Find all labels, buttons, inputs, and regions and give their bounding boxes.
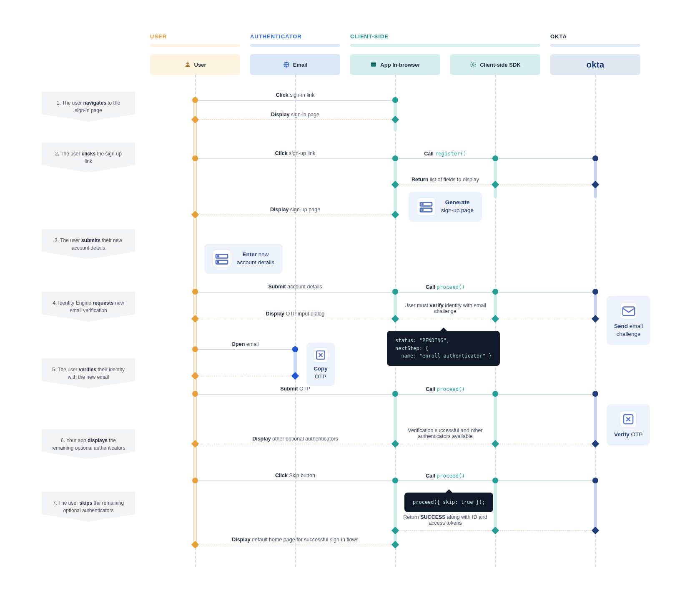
label-click-skip: Click Skip button [250, 473, 340, 478]
node-a10 [392, 391, 398, 397]
label-display-home: Display default home page for successful… [208, 537, 382, 543]
okta-logo: okta [586, 60, 604, 70]
msg-display-signin [195, 120, 395, 120]
verify-icon [620, 411, 637, 428]
code-skip: proceed({ skip: true }); [404, 493, 493, 512]
node-e8 [292, 346, 298, 352]
node-s12 [492, 478, 498, 483]
svg-point-0 [186, 63, 188, 65]
step-5: 5. The user verifies their identity with… [42, 358, 135, 388]
node-a7 [391, 315, 399, 323]
node-u5 [191, 211, 199, 218]
node-o10 [592, 391, 598, 397]
label-call-proceed3: Call proceed() [409, 473, 482, 479]
step-3: 3. The user submits their new account de… [42, 229, 135, 259]
swim-client-app: App In-browser [350, 54, 440, 75]
callout-verify: Verify OTP [607, 404, 650, 445]
swim-client-app-label: App In-browser [380, 62, 420, 68]
activation-app-1 [394, 98, 397, 131]
activation-okta-1 [594, 156, 597, 198]
globe-icon [283, 61, 290, 68]
msg-display-signup [195, 215, 395, 215]
msg-submit-otp [195, 394, 395, 395]
node-s4 [492, 181, 499, 188]
svg-point-11 [218, 255, 219, 257]
msg-click-skip [195, 480, 395, 481]
gear-icon [470, 61, 477, 68]
node-u8 [192, 346, 198, 352]
msg-display-home [195, 545, 395, 545]
activation-okta-4 [594, 478, 597, 533]
node-o11 [592, 440, 599, 448]
user-icon [184, 61, 191, 68]
activation-app-4 [394, 392, 397, 446]
msg-display-otp [195, 319, 395, 320]
node-a6 [392, 289, 398, 295]
step-2: 2. The user clicks the sign-up link [42, 143, 135, 173]
callout-send: Send emailchallenge [607, 296, 650, 345]
node-a1 [392, 97, 398, 103]
node-s10 [492, 391, 498, 397]
step-6: 6. Your app displays the remaining optio… [42, 429, 135, 459]
node-u3 [192, 155, 198, 161]
node-u1 [192, 97, 198, 103]
swim-client-sdk: Client-side SDK [450, 54, 540, 75]
activation-sdk-4 [494, 478, 497, 533]
lane-client-bar [350, 44, 540, 47]
msg-submit-account [195, 292, 395, 293]
callout-enter: Enter newaccount details [204, 244, 283, 274]
node-a11 [391, 440, 399, 448]
lane-auth-bar [250, 44, 340, 47]
swim-auth-label: Email [293, 62, 308, 68]
svg-point-12 [218, 261, 219, 263]
label-call-proceed1: Call proceed() [409, 284, 482, 290]
label-return-fields: Return list of fields to display [409, 177, 482, 183]
label-click-signup: Click sign-up link [250, 150, 340, 156]
node-o12 [592, 478, 598, 483]
swim-user: User [150, 54, 240, 75]
node-s3 [492, 155, 498, 161]
svg-point-8 [422, 209, 423, 210]
node-u10 [192, 391, 198, 397]
node-s11 [492, 440, 499, 448]
activation-sdk-1 [494, 156, 497, 198]
callout-generate: Generatesign-up page [409, 192, 482, 222]
node-o13 [592, 527, 599, 534]
activation-okta-3 [594, 392, 597, 446]
svg-point-7 [422, 203, 423, 205]
label-click-signin: Click sign-in link [250, 92, 340, 98]
lane-okta-title: OKTA [550, 33, 567, 40]
lane-user-bar [150, 44, 240, 47]
otp-icon [313, 348, 328, 363]
form-icon-2 [213, 250, 231, 268]
msg-open-email [195, 349, 295, 350]
msg-display-optional [195, 444, 395, 445]
node-u11 [191, 440, 199, 448]
label-call-proceed2: Call proceed() [409, 386, 482, 392]
node-e9 [291, 372, 299, 380]
node-a2 [391, 116, 399, 123]
node-o3 [592, 155, 598, 161]
step-1: 1. The user navigates to the sign-in pag… [42, 92, 135, 122]
node-o4 [592, 181, 599, 188]
msg-click-signup [195, 158, 395, 159]
node-a5 [391, 211, 399, 218]
svg-rect-13 [622, 307, 635, 316]
node-o6 [592, 289, 598, 295]
node-a14 [391, 541, 399, 548]
swim-user-label: User [194, 62, 206, 68]
lifeline-auth [295, 75, 296, 567]
node-u2 [191, 116, 199, 123]
node-s7 [492, 315, 499, 323]
msg-click-signin [195, 100, 395, 101]
label-submit-otp: Submit OTP [250, 386, 340, 392]
node-a3 [392, 155, 398, 161]
code-pending: status: "PENDING", nextStep: { name: "en… [387, 331, 500, 366]
browser-icon [370, 61, 377, 68]
lane-user-title: USER [150, 33, 167, 40]
node-a13 [391, 527, 399, 534]
label-display-optional: Display other optional authenticators [233, 436, 357, 442]
label-return-success: Return SUCCESS along with ID and access … [400, 514, 490, 526]
mail-icon [620, 303, 637, 319]
msg-copy-return [195, 376, 295, 377]
